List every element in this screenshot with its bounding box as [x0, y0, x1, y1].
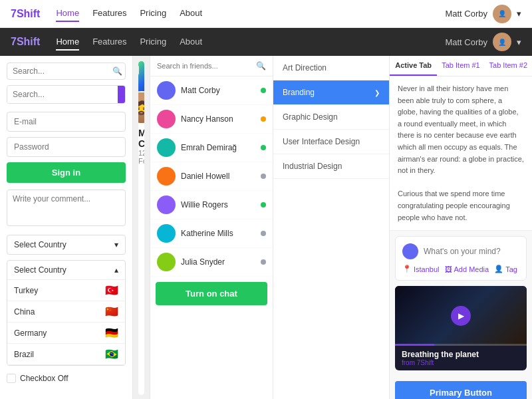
- flag-turkey: 🇹🇷: [105, 284, 118, 297]
- friend-julia[interactable]: Julia Snyder: [150, 248, 273, 277]
- friend-willie[interactable]: Willie Rogers: [150, 191, 273, 219]
- search-box-2: 🔍: [7, 85, 126, 104]
- friend-emrah[interactable]: Emrah Demirağ: [150, 134, 273, 162]
- friend-matt[interactable]: Matt Corby: [150, 76, 273, 105]
- nav-dark-home[interactable]: Home: [56, 34, 79, 51]
- nav-dark-chevron-icon: ▾: [517, 37, 521, 47]
- flag-brazil: 🇧🇷: [105, 348, 118, 360]
- friend-list: Matt Corby Nancy Hanson Emrah Demirağ: [150, 76, 273, 277]
- chevron-up-icon: ▴: [114, 265, 118, 275]
- search-input-2[interactable]: [7, 86, 118, 103]
- select-country-1[interactable]: Select Country ▾: [7, 235, 126, 255]
- menu-ui-design[interactable]: User Interface Design: [273, 130, 389, 154]
- profile-avatar: 🧔: [138, 91, 144, 124]
- nav-dark-pricing[interactable]: Pricing: [140, 34, 166, 51]
- nav-light-home[interactable]: Home: [56, 5, 79, 22]
- profile-name: Matt Corby: [138, 128, 144, 149]
- chevron-down-icon-1: ▾: [114, 240, 118, 249]
- video-progress-fill: [395, 344, 434, 346]
- select-country-1-label: Select Country: [14, 240, 66, 249]
- nav-dark-user: Matt Corby 👤 ▾: [445, 33, 521, 51]
- profile-dropdown[interactable]: ▾: [138, 65, 139, 75]
- profile-bio: Curious that we spend more time congratu…: [138, 169, 144, 356]
- nav-dark-avatar[interactable]: 👤: [493, 33, 511, 51]
- checkbox-row[interactable]: Checkbox Off: [7, 371, 126, 386]
- friends-panel: 🔍 Matt Corby Nancy Hanson: [150, 56, 273, 399]
- search-friends-box: 🔍: [150, 56, 273, 76]
- nav-dark-username: Matt Corby: [445, 37, 487, 47]
- profile-hero: ▾ 🧔: [138, 61, 144, 108]
- country-brazil[interactable]: Brazil🇧🇷: [7, 344, 125, 365]
- status-dot-willie: [261, 202, 266, 207]
- post-actions: 📍 Istanbul 🖼 Add Media 👤 Tag: [402, 265, 519, 273]
- friend-katherine[interactable]: Katherine Mills: [150, 219, 273, 248]
- friend-daniel[interactable]: Daniel Howell: [150, 162, 273, 191]
- nav-light-user: Matt Corby 👤 ▾: [445, 5, 521, 23]
- menu-industrial-design[interactable]: Industrial Design: [273, 154, 389, 179]
- video-progress-bar-container: [395, 344, 527, 346]
- status-dot-daniel: [261, 174, 266, 179]
- nav-light-features[interactable]: Features: [92, 5, 126, 22]
- post-input[interactable]: [424, 247, 523, 256]
- post-location-btn[interactable]: 📍 Istanbul: [402, 265, 440, 273]
- menu-branding[interactable]: Branding ❯: [273, 80, 389, 105]
- search-button-2[interactable]: 🔍: [118, 86, 126, 103]
- video-play-button[interactable]: ▶: [451, 306, 471, 326]
- left-panel: 🔍 🔍 Sign in Select Country ▾: [0, 56, 133, 399]
- friend-avatar-nancy: [157, 110, 176, 128]
- status-dot-matt: [261, 88, 266, 93]
- nav-light-avatar[interactable]: 👤: [493, 5, 511, 23]
- social-post-box: 📍 Istanbul 🖼 Add Media 👤 Tag: [395, 236, 527, 281]
- nav-dark-features[interactable]: Features: [92, 34, 126, 51]
- video-title: Breathing the planet: [402, 350, 520, 359]
- select-country-2[interactable]: Select Country ▴ Turkey🇹🇷 China🇨🇳 German…: [7, 260, 126, 366]
- chevron-right-icon-branding: ❯: [374, 89, 380, 96]
- chat-toggle-button[interactable]: Turn on chat: [156, 282, 267, 305]
- media-icon: 🖼: [445, 265, 452, 273]
- nav-light-pricing[interactable]: Pricing: [140, 5, 166, 22]
- nav-light-about[interactable]: About: [180, 5, 202, 22]
- post-media-btn[interactable]: 🖼 Add Media: [445, 265, 489, 273]
- menu-graphic-design[interactable]: Graphic Design: [273, 105, 389, 130]
- flag-china: 🇨🇳: [105, 305, 118, 318]
- post-avatar: [402, 243, 418, 259]
- checkbox-label: Checkbox Off: [20, 374, 68, 383]
- select-country-2-label: Select Country: [14, 265, 66, 275]
- primary-button[interactable]: Primary Button: [395, 381, 527, 399]
- comment-textarea[interactable]: [7, 190, 126, 226]
- social-body-text: Never in all their history have men been…: [390, 76, 532, 231]
- nav-light-logo: 7Shift: [11, 8, 40, 20]
- button-panel: Primary Button Success Button Warning Bu…: [390, 376, 532, 399]
- nav-dark-about[interactable]: About: [180, 34, 202, 51]
- post-tag-btn[interactable]: 👤 Tag: [494, 265, 517, 273]
- status-dot-julia: [261, 259, 266, 265]
- video-card: ▶ Breathing the planet from 7Shift: [395, 286, 527, 370]
- sign-in-button[interactable]: Sign in: [7, 162, 126, 183]
- tag-icon: 👤: [494, 265, 503, 273]
- social-tab-2[interactable]: Tab Item #2: [485, 56, 532, 76]
- search-icon-1: 🔍: [112, 66, 122, 76]
- password-field[interactable]: [7, 137, 126, 157]
- country-china[interactable]: China🇨🇳: [7, 301, 125, 323]
- profile-avatar-face: 🧔: [138, 92, 144, 123]
- status-dot-nancy: [261, 116, 266, 122]
- friend-nancy[interactable]: Nancy Hanson: [150, 105, 273, 134]
- country-germany[interactable]: Germany🇩🇪: [7, 323, 125, 344]
- nav-light-items: Home Features Pricing About: [56, 5, 445, 22]
- menu-art-direction[interactable]: Art Direction: [273, 56, 389, 80]
- country-list: Turkey🇹🇷 China🇨🇳 Germany🇩🇪 Brazil🇧🇷: [7, 280, 125, 365]
- email-field[interactable]: [7, 112, 126, 132]
- friend-avatar-matt: [157, 81, 176, 100]
- country-turkey[interactable]: Turkey🇹🇷: [7, 280, 125, 301]
- search-friends-input[interactable]: [157, 62, 252, 70]
- checkbox-off[interactable]: [7, 374, 16, 383]
- menu-panel: Art Direction Branding ❯ Graphic Design …: [273, 56, 389, 399]
- social-tab-active[interactable]: Active Tab: [390, 56, 437, 76]
- post-user-row: [402, 243, 519, 259]
- nav-light-chevron-icon: ▾: [517, 9, 521, 19]
- social-tab-1[interactable]: Tab Item #1: [437, 56, 484, 76]
- nav-light-username: Matt Corby: [445, 9, 487, 19]
- friend-avatar-willie: [157, 196, 176, 214]
- search-input-1[interactable]: [13, 66, 112, 76]
- social-panel: Active Tab Tab Item #1 Tab Item #2 Never…: [389, 56, 532, 399]
